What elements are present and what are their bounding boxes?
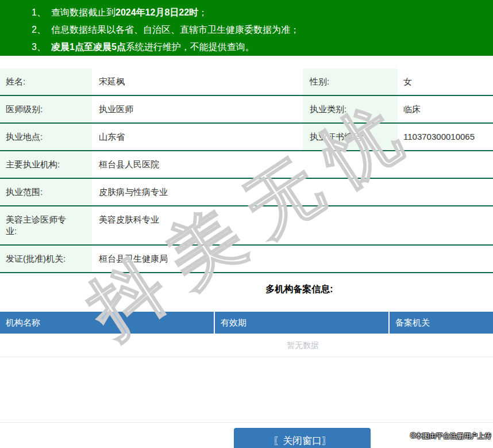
notice-line-bold: 凌晨1点至凌晨5点 [51, 42, 126, 52]
table-row: 发证(批准)机关: 桓台县卫生健康局 [0, 245, 493, 273]
org-table-body-spacer [0, 357, 493, 423]
notice-line-3: 3、凌晨1点至凌晨5点系统进行维护，不能提供查询。 [32, 39, 493, 56]
footer: 〖关闭窗口〗 ©本图由平台注册用户上传 [0, 423, 493, 448]
field-label-name: 姓名: [0, 68, 92, 95]
multi-org-section-title: 多机构备案信息: [0, 284, 493, 296]
field-value-name: 宋延枫 [92, 68, 303, 95]
field-label-doctor-level: 医师级别: [0, 95, 92, 123]
notice-line-number: 3、 [32, 39, 51, 56]
field-label-issuing-authority: 发证(批准)机关: [0, 245, 92, 273]
empty-placeholder: 暂无数据 [0, 334, 493, 357]
doctor-info-table: 姓名: 宋延枫 性别: 女 医师级别: 执业医师 执业类别: 临床 执业地点: … [0, 68, 493, 273]
org-table-header-institution: 机构名称 [0, 312, 214, 334]
table-row: 医师级别: 执业医师 执业类别: 临床 [0, 95, 493, 123]
field-value-practice-scope: 皮肤病与性病专业 [92, 178, 493, 206]
notice-line-1: 1、查询数据截止到2024年12月8日22时； [32, 4, 493, 21]
field-label-practice-location: 执业地点: [0, 123, 92, 151]
notice-line-text: ； [198, 7, 207, 17]
field-value-cosmetic-specialty: 美容皮肤科专业 [92, 206, 493, 245]
field-value-practice-location: 山东省 [92, 123, 303, 151]
table-row: 执业范围: 皮肤病与性病专业 [0, 178, 493, 206]
field-label-practice-scope: 执业范围: [0, 178, 92, 206]
field-value-main-institution: 桓台县人民医院 [92, 151, 493, 178]
notice-line-text: 系统进行维护，不能提供查询。 [126, 42, 255, 52]
org-table-header: 机构名称 有效期 备案机关 [0, 312, 493, 334]
field-label-cosmetic-specialty: 美容主诊医师专业: [0, 206, 92, 245]
field-label-main-institution: 主要执业机构: [0, 151, 92, 178]
notice-line-number: 2、 [32, 21, 51, 39]
notice-line-bold: 2024年12月8日22时 [115, 7, 198, 17]
table-row: 美容主诊医师专业: 美容皮肤科专业 [0, 206, 493, 245]
table-row: 姓名: 宋延枫 性别: 女 [0, 68, 493, 95]
org-table-header-validity: 有效期 [214, 312, 388, 334]
field-value-practice-category: 临床 [398, 95, 493, 123]
image-credit: ©本图由平台注册用户上传 [410, 431, 491, 441]
notice-line-number: 1、 [32, 4, 51, 21]
table-row: 主要执业机构: 桓台县人民医院 [0, 151, 493, 178]
field-value-certificate-number: 110370300010065 [398, 123, 493, 151]
notice-line-text: 信息数据结果以各省、自治区、直辖市卫生健康委数据为准； [51, 25, 299, 35]
field-value-gender: 女 [398, 68, 493, 95]
org-table-header-authority: 备案机关 [388, 312, 493, 334]
notice-banner: 1、查询数据截止到2024年12月8日22时； 2、信息数据结果以各省、自治区、… [0, 0, 493, 56]
notice-line-text: 查询数据截止到 [51, 7, 115, 17]
field-label-practice-category: 执业类别: [303, 95, 398, 123]
notice-line-2: 2、信息数据结果以各省、自治区、直辖市卫生健康委数据为准； [32, 21, 493, 39]
field-label-gender: 性别: [303, 68, 398, 95]
field-label-certificate-number: 执业证书编码: [303, 123, 398, 151]
table-row: 执业地点: 山东省 执业证书编码: 110370300010065 [0, 123, 493, 151]
field-value-doctor-level: 执业医师 [92, 95, 303, 123]
field-value-issuing-authority: 桓台县卫生健康局 [92, 245, 493, 273]
close-window-button[interactable]: 〖关闭窗口〗 [234, 428, 371, 448]
